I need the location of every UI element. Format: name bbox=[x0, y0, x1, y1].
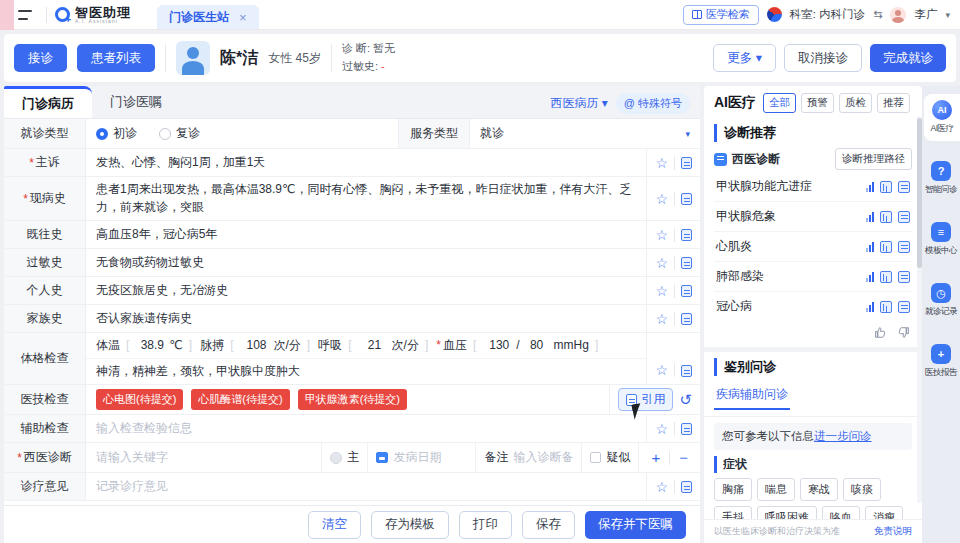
user-avatar[interactable] bbox=[890, 7, 906, 23]
primary-diagnosis-toggle[interactable]: 主 bbox=[321, 443, 367, 472]
save-and-order-button[interactable]: 保存并下医嘱 bbox=[585, 511, 686, 539]
rail-item-tech-reports[interactable]: + 医技报告 bbox=[922, 338, 960, 385]
cancel-reception-button[interactable]: 取消接诊 bbox=[784, 44, 862, 72]
filter-warning[interactable]: 预警 bbox=[801, 93, 834, 113]
symptom-pill[interactable]: 胸痛 bbox=[714, 478, 752, 501]
save-as-template-button[interactable]: 存为模板 bbox=[371, 511, 449, 539]
diagnosis-suggestion-item[interactable]: 冠心病 bbox=[714, 292, 912, 321]
reference-icon[interactable] bbox=[898, 241, 910, 253]
reference-icon[interactable] bbox=[898, 211, 910, 223]
bp-diastolic-input[interactable]: 80 bbox=[520, 338, 554, 352]
present-illness-input[interactable]: 患者1周来出现发热，最高体温38.9℃，同时有心悸、胸闷，未予重视，昨日症状加重… bbox=[86, 177, 646, 220]
template-icon[interactable] bbox=[681, 313, 692, 325]
remove-diagnosis-button[interactable]: − bbox=[675, 449, 692, 466]
symptom-pill[interactable]: 呼吸困难 bbox=[757, 506, 817, 519]
first-visit-radio[interactable] bbox=[96, 128, 108, 140]
scrollbar-thumb[interactable] bbox=[917, 118, 922, 268]
pending-exam-ecg[interactable]: 心电图(待提交) bbox=[96, 389, 183, 411]
chief-complaint-input[interactable]: 发热、心悸、胸闷1周，加重1天 bbox=[86, 149, 646, 176]
reference-icon[interactable] bbox=[898, 271, 910, 283]
symptom-pill[interactable]: 咯血 bbox=[822, 506, 860, 519]
symptom-pill[interactable]: 喘息 bbox=[757, 478, 795, 501]
primary-radio[interactable] bbox=[330, 452, 342, 464]
thumbs-up-icon[interactable] bbox=[874, 326, 887, 339]
switch-department-icon[interactable]: ⇆ bbox=[873, 8, 882, 21]
guideline-icon[interactable] bbox=[880, 241, 892, 253]
rail-item-smart-inquiry[interactable]: ? 智能问诊 bbox=[922, 155, 960, 202]
respiration-input[interactable]: 21 bbox=[358, 338, 392, 352]
symptom-pill[interactable]: 手抖 bbox=[714, 506, 752, 519]
close-tab-icon[interactable]: × bbox=[239, 10, 247, 25]
treatment-advice-input[interactable]: 记录诊疗意见 bbox=[86, 473, 646, 500]
pending-exam-cardiac-enzymes[interactable]: 心肌酶谱(待提交) bbox=[191, 389, 289, 411]
past-history-input[interactable]: 高血压8年，冠心病5年 bbox=[86, 221, 646, 248]
refresh-icon[interactable]: ↺ bbox=[679, 392, 692, 407]
onset-date-picker[interactable]: 发病日期 bbox=[367, 443, 475, 472]
patient-list-button[interactable]: 患者列表 bbox=[77, 44, 155, 72]
complete-visit-button[interactable]: 完成就诊 bbox=[870, 44, 946, 72]
rail-item-visit-records[interactable]: ◷ 就诊记录 bbox=[922, 277, 960, 324]
template-icon[interactable] bbox=[681, 285, 692, 297]
favorite-icon[interactable]: ☆ bbox=[655, 192, 668, 206]
followup-visit-radio[interactable] bbox=[159, 128, 171, 140]
reference-icon[interactable] bbox=[898, 301, 910, 313]
suspected-checkbox[interactable] bbox=[590, 452, 601, 463]
user-name[interactable]: 李广 bbox=[914, 7, 937, 22]
print-button[interactable]: 打印 bbox=[459, 511, 512, 539]
quote-button[interactable]: 引用 bbox=[618, 388, 673, 411]
reference-icon[interactable] bbox=[898, 181, 910, 193]
physical-exam-note-input[interactable]: 神清，精神差，颈软，甲状腺中度肿大 bbox=[86, 359, 646, 384]
record-type-select[interactable]: 西医病历 ▾ bbox=[550, 95, 607, 112]
pending-exam-thyroid-hormone[interactable]: 甲状腺激素(待提交) bbox=[298, 389, 407, 411]
personal-history-input[interactable]: 无疫区旅居史，无冶游史 bbox=[86, 277, 646, 304]
further-inquiry-link[interactable]: 进一步问诊 bbox=[814, 430, 872, 442]
medical-search-button[interactable]: 医学检索 bbox=[683, 5, 759, 25]
guideline-icon[interactable] bbox=[880, 301, 892, 313]
suspected-checkbox-group[interactable]: 疑似 bbox=[581, 443, 638, 472]
favorite-icon[interactable]: ☆ bbox=[655, 363, 668, 377]
save-button[interactable]: 保存 bbox=[522, 511, 575, 539]
symptom-pill[interactable]: 寒战 bbox=[800, 478, 838, 501]
diagnosis-keyword-input[interactable]: 请输入关键字 bbox=[86, 443, 321, 472]
clear-button[interactable]: 清空 bbox=[308, 511, 361, 539]
favorite-icon[interactable]: ☆ bbox=[655, 480, 668, 494]
disclaimer-link[interactable]: 免责说明 bbox=[874, 525, 912, 538]
allergy-history-input[interactable]: 无食物或药物过敏史 bbox=[86, 249, 646, 276]
favorite-icon[interactable]: ☆ bbox=[655, 284, 668, 298]
tab-outpatient-orders[interactable]: 门诊医嘱 bbox=[92, 86, 180, 118]
followup-visit-label[interactable]: 复诊 bbox=[176, 125, 200, 142]
template-icon[interactable] bbox=[681, 481, 692, 493]
filter-recommend[interactable]: 推荐 bbox=[877, 93, 910, 113]
favorite-icon[interactable]: ☆ bbox=[655, 422, 668, 436]
template-icon[interactable] bbox=[681, 157, 692, 169]
reasoning-path-button[interactable]: 诊断推理路径 bbox=[835, 148, 912, 170]
favorite-icon[interactable]: ☆ bbox=[655, 312, 668, 326]
diagnosis-suggestion-item[interactable]: 心肌炎 bbox=[714, 232, 912, 262]
add-diagnosis-button[interactable]: + bbox=[647, 449, 664, 466]
first-visit-label[interactable]: 初诊 bbox=[113, 125, 137, 142]
favorite-icon[interactable]: ☆ bbox=[655, 156, 668, 170]
template-icon[interactable] bbox=[681, 257, 692, 269]
filter-all[interactable]: 全部 bbox=[763, 93, 796, 113]
rail-item-template-center[interactable]: ≡ 模板中心 bbox=[922, 216, 960, 263]
rail-item-ai-medical[interactable]: AI AI医疗 bbox=[924, 94, 960, 141]
guideline-icon[interactable] bbox=[880, 211, 892, 223]
symptom-pill[interactable]: 咳痰 bbox=[843, 478, 881, 501]
disease-aux-inquiry-tab[interactable]: 疾病辅助问诊 bbox=[714, 382, 790, 410]
guideline-icon[interactable] bbox=[880, 271, 892, 283]
symptom-pill[interactable]: 消瘦 bbox=[865, 506, 903, 519]
template-icon[interactable] bbox=[681, 423, 692, 435]
more-button[interactable]: 更多 ▾ bbox=[713, 44, 776, 72]
bp-systolic-input[interactable]: 130 bbox=[482, 338, 516, 352]
aux-exam-input[interactable]: 输入检查检验信息 bbox=[86, 415, 646, 442]
diagnosis-remark[interactable]: 备注 输入诊断备 bbox=[475, 443, 581, 472]
user-menu-caret-icon[interactable]: ▾ bbox=[945, 10, 950, 20]
tab-outpatient-doctor-station[interactable]: 门诊医生站 × bbox=[157, 5, 259, 29]
pulse-input[interactable]: 108 bbox=[240, 338, 274, 352]
template-icon[interactable] bbox=[681, 229, 692, 241]
diagnosis-suggestion-item[interactable]: 甲状腺功能亢进症 bbox=[714, 172, 912, 202]
scrollbar[interactable] bbox=[917, 116, 922, 503]
diagnosis-suggestion-item[interactable]: 甲状腺危象 bbox=[714, 202, 912, 232]
template-icon[interactable] bbox=[681, 365, 692, 377]
menu-icon[interactable] bbox=[18, 10, 32, 20]
